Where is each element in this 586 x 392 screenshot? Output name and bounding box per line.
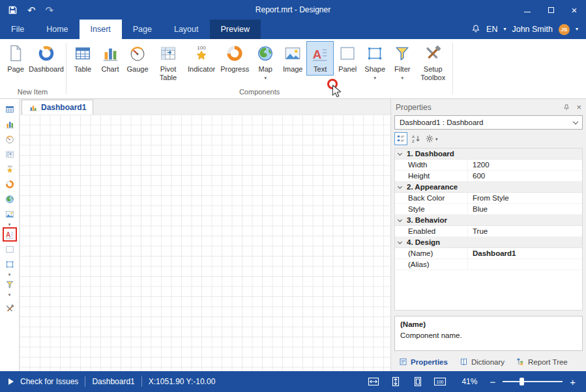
property-category-design[interactable]: 4. Design [395,237,582,248]
toolbox-expander-chevron-icon[interactable]: ▾ [8,292,11,297]
toolbox-pivot-table-button[interactable] [3,147,17,161]
property-category-appearance[interactable]: 2. Appearance [395,182,582,193]
undo-button[interactable]: ↶ [27,5,36,15]
property-value[interactable]: True [468,226,582,236]
ribbon-item-chart[interactable]: Chart [96,41,124,76]
ribbon-insert-panel: Page Dashboard New Item Table Chart [0,39,586,99]
toolbox-gauge-button[interactable] [3,132,17,147]
zoom-page-width-button[interactable] [365,375,382,388]
category-label: 4. Design [407,238,440,246]
dashboard-icon [37,44,56,63]
ribbon-item-indicator[interactable]: Indicator [185,41,218,76]
maximize-button[interactable] [539,0,563,20]
user-name[interactable]: John Smith [512,25,553,34]
toolbox-shape-button[interactable] [3,257,17,272]
tab-report-tree[interactable]: Report Tree [512,356,572,367]
property-value[interactable] [468,259,582,270]
check-for-issues-play-icon[interactable] [8,378,14,385]
ribbon-item-text[interactable]: Text [306,41,334,76]
toolbox-table-button[interactable] [3,102,17,117]
ribbon-item-pivot-table[interactable]: Pivot Table [151,41,185,83]
component-selector-dropdown[interactable]: Dashboard1 : Dashboard [394,115,583,130]
ribbon-item-table[interactable]: Table [69,41,96,76]
ribbon-item-shape[interactable]: Shape ▾ [361,41,388,82]
property-row-alias: (Alias) [395,259,582,270]
ribbon-item-map[interactable]: Map ▾ [252,41,279,82]
tab-page[interactable]: Page [122,20,163,39]
toolbox-expander-chevron-icon[interactable]: ▾ [8,222,11,227]
settings-menu-button[interactable]: ▾ [424,132,439,145]
filter-icon [5,279,15,290]
ribbon-item-label: Shape [364,65,385,74]
design-canvas[interactable] [20,115,390,371]
toolbox-panel-button[interactable] [3,242,17,257]
ribbon-item-progress[interactable]: Progress [218,41,252,76]
property-value[interactable]: Blue [468,204,582,214]
ribbon-item-filter[interactable]: Filter ▾ [388,41,416,82]
document-area: Dashboard1 [20,99,390,371]
ribbon-item-image[interactable]: Image [279,41,306,76]
property-value[interactable]: 600 [468,171,582,181]
minimize-button[interactable] [516,0,539,20]
ribbon-item-panel[interactable]: Panel [334,41,361,76]
gauge-icon [128,44,147,63]
ribbon-item-dashboard[interactable]: Dashboard [29,41,63,76]
redo-button[interactable]: ↷ [46,5,54,15]
zoom-out-button[interactable]: − [488,377,497,387]
zoom-in-button[interactable]: + [568,377,578,387]
property-category-behavior[interactable]: 3. Behavior [395,215,582,226]
tab-preview[interactable]: Preview [210,20,261,39]
chevron-down-icon: ▾ [435,137,438,141]
property-category-dashboard[interactable]: 1. Dashboard [395,148,582,160]
toolbox-image-button[interactable] [3,207,17,221]
toolbox-map-button[interactable] [3,192,17,206]
save-button[interactable] [8,5,18,15]
tab-properties[interactable]: Properties [394,356,452,367]
designer-window: ↶ ↷ Report.mrt - Designer × File Home In… [0,0,586,392]
property-value[interactable]: Dashboard1 [468,248,582,259]
ribbon-item-page[interactable]: Page [2,41,29,76]
toolbox-indicator-button[interactable] [3,162,17,176]
language-selector[interactable]: EN [486,25,497,34]
zoom-slider-thumb[interactable] [520,378,524,385]
close-button[interactable]: × [563,0,586,20]
pin-icon[interactable] [563,104,570,111]
tab-dictionary[interactable]: Dictionary [455,356,509,367]
setup-toolbox-icon [5,303,15,314]
sort-alphabetical-button[interactable] [409,132,422,145]
check-for-issues-button[interactable]: Check for Issues [20,377,78,386]
tab-file[interactable]: File [0,20,35,39]
categorized-view-button[interactable] [394,132,407,145]
close-icon[interactable]: × [576,103,581,111]
whole-page-icon [411,376,424,387]
toolbox-chart-button[interactable] [3,117,17,132]
panel-tab-bar: Properties Dictionary Report Tree [394,355,583,371]
cursor-coordinates: X:1051.90 Y:-10.00 [149,377,216,386]
notifications-bell-icon[interactable] [471,24,480,35]
user-avatar[interactable]: JS [559,24,570,35]
ribbon-item-setup-toolbox[interactable]: Setup Toolbox [416,41,450,83]
tab-insert[interactable]: Insert [80,20,122,39]
zoom-100-button[interactable] [432,375,448,388]
tab-layout[interactable]: Layout [163,20,210,39]
ribbon-group-separator [452,43,453,94]
property-value[interactable]: From Style [468,193,582,203]
property-value[interactable]: 1200 [468,160,582,170]
toolbox-setup-button[interactable] [3,301,17,316]
toolbox-progress-button[interactable] [3,177,17,191]
ribbon-item-label: Chart [102,65,119,74]
property-row-width: Width 1200 [395,160,582,171]
properties-panel-title: Properties [396,103,432,112]
table-icon [5,104,15,115]
zoom-whole-page-button[interactable] [409,375,426,388]
document-tab-bar: Dashboard1 [20,99,390,115]
ribbon-item-gauge[interactable]: Gauge [124,41,151,76]
toolbox-text-button[interactable] [3,227,17,242]
toolbox-expander-chevron-icon[interactable]: ▾ [8,272,11,277]
tab-home[interactable]: Home [35,20,79,39]
properties-toolbar: ▾ [394,132,583,148]
zoom-slider[interactable] [503,377,563,386]
toolbox-filter-button[interactable] [3,277,17,292]
document-tab-dashboard1[interactable]: Dashboard1 [22,100,93,115]
zoom-page-height-button[interactable] [387,375,404,388]
